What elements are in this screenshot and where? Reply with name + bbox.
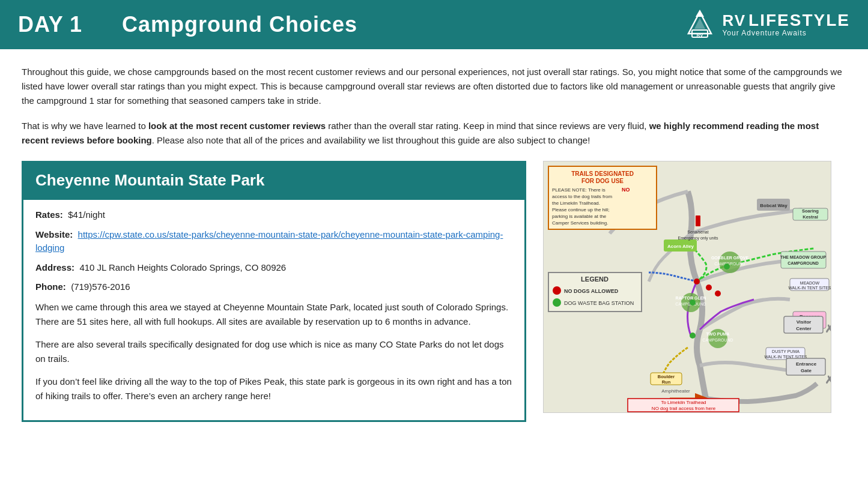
logo-text: RV LIFESTYLE Your Adventure Awaits — [722, 12, 850, 37]
svg-point-70 — [553, 298, 561, 307]
svg-text:Kestral: Kestral — [803, 214, 818, 220]
page-title: DAY 1 Campground Choices — [18, 12, 357, 37]
campground-body-1: When we came through this area we stayed… — [35, 300, 512, 329]
intro-p2-bold1: look at the most recent customer reviews — [148, 121, 326, 131]
campground-body-3: If you don’t feel like driving all the w… — [35, 375, 512, 403]
svg-text:Run: Run — [662, 379, 671, 385]
svg-point-50 — [690, 300, 696, 306]
svg-text:Camper Services building.: Camper Services building. — [552, 220, 608, 226]
svg-text:DOG WASTE BAG STATION: DOG WASTE BAG STATION — [564, 300, 634, 306]
address-value: 410 JL Ranch Heights Colorado Springs, C… — [79, 262, 286, 273]
svg-text:FOR DOG USE: FOR DOG USE — [581, 178, 624, 184]
logo-lifestyle: LIFESTYLE — [748, 12, 850, 29]
campground-section: Cheyenne Mountain State Park Rates: $41/… — [22, 161, 846, 422]
svg-point-48 — [706, 285, 712, 291]
svg-point-68 — [553, 286, 561, 295]
svg-text:TWO PUMA: TWO PUMA — [706, 332, 730, 336]
intro-p2-end: . Please also note that all of the price… — [152, 135, 590, 145]
svg-text:the Limekiln Trailhead.: the Limekiln Trailhead. — [552, 200, 600, 206]
svg-text:MEADOW: MEADOW — [800, 281, 820, 285]
campground-name: Cheyenne Mountain State Park — [35, 171, 512, 190]
svg-text:RV: RV — [697, 32, 704, 38]
campground-name-box: Cheyenne Mountain State Park — [22, 161, 526, 200]
campground-body-2: There are also several trails specifical… — [35, 337, 512, 366]
svg-text:WALK-IN TENT SITES: WALK-IN TENT SITES — [788, 286, 831, 290]
intro-paragraph-1: Throughout this guide, we chose campgrou… — [22, 65, 846, 108]
rates-line: Rates: $41/night — [35, 208, 512, 222]
svg-text:NO DOGS ALLOWED: NO DOGS ALLOWED — [564, 288, 619, 294]
page-header: DAY 1 Campground Choices RV RV LIFESTYLE… — [0, 0, 868, 49]
svg-text:✗: ✗ — [825, 374, 831, 386]
svg-text:NO dog trail access from here: NO dog trail access from here — [652, 406, 716, 411]
intro-p2-mid: rather than the overall star rating. Kee… — [326, 121, 649, 131]
address-line: Address: 410 JL Ranch Heights Colorado S… — [35, 261, 512, 275]
day-label: DAY 1 — [18, 12, 82, 37]
svg-text:Entrance: Entrance — [796, 361, 817, 367]
phone-label: Phone: — [35, 282, 66, 292]
svg-text:TRAILS DESIGNATED: TRAILS DESIGNATED — [571, 170, 634, 177]
section-label: Campground Choices — [122, 12, 357, 37]
svg-text:To Limekiln Trailhead: To Limekiln Trailhead — [661, 400, 706, 405]
svg-text:CAMPGROUND: CAMPGROUND — [702, 338, 733, 342]
svg-text:NO: NO — [622, 187, 630, 193]
svg-rect-23 — [781, 252, 826, 268]
phone-line: Phone: (719)576-2016 — [35, 280, 512, 294]
svg-rect-53 — [696, 215, 700, 226]
svg-text:Acorn Alley: Acorn Alley — [667, 244, 694, 249]
svg-text:LEGEND: LEGEND — [581, 276, 609, 283]
svg-text:PLEASE NOTE: There is: PLEASE NOTE: There is — [552, 187, 605, 193]
logo-rv: RV — [722, 13, 746, 28]
svg-text:DUSTY PUMA: DUSTY PUMA — [772, 349, 800, 354]
svg-text:THE MEADOW GROUP: THE MEADOW GROUP — [780, 255, 827, 259]
website-label: Website: — [35, 229, 73, 239]
rv-logo-icon: RV — [684, 8, 716, 41]
svg-point-52 — [690, 333, 696, 339]
rates-value: $41/night — [68, 209, 105, 220]
svg-text:Soaring: Soaring — [802, 208, 819, 214]
svg-text:Please continue up the hill;: Please continue up the hill; — [552, 207, 610, 212]
map-container: GOBBLER GROVE CAMPGROUND RAPTOR GLEN CAM… — [543, 161, 831, 413]
intro-paragraph-2: That is why we have learned to look at t… — [22, 119, 846, 148]
svg-text:RAPTOR GLEN: RAPTOR GLEN — [676, 296, 706, 300]
svg-text:parking is available at the: parking is available at the — [552, 214, 607, 219]
phone-value: (719)576-2016 — [71, 282, 130, 292]
svg-text:Emergency only units: Emergency only units — [678, 236, 718, 241]
svg-text:CAMPGROUND: CAMPGROUND — [788, 261, 819, 265]
svg-point-49 — [715, 291, 721, 297]
campground-info-panel: Cheyenne Mountain State Park Rates: $41/… — [22, 161, 526, 422]
rates-label: Rates: — [35, 209, 63, 220]
svg-text:Bobcat Way: Bobcat Way — [760, 203, 788, 208]
svg-text:Center: Center — [796, 326, 811, 331]
svg-text:GOBBLER GROVE: GOBBLER GROVE — [711, 256, 749, 260]
logo-tagline: Your Adventure Awaits — [722, 29, 850, 37]
address-label: Address: — [35, 262, 74, 273]
website-link[interactable]: https://cpw.state.co.us/state-parks/chey… — [35, 229, 503, 253]
svg-point-51 — [724, 264, 730, 270]
svg-text:✗: ✗ — [825, 323, 831, 335]
svg-text:Sena/senat: Sena/senat — [687, 230, 708, 234]
svg-text:Gate: Gate — [801, 368, 812, 373]
campground-map: GOBBLER GROVE CAMPGROUND RAPTOR GLEN CAM… — [543, 161, 846, 413]
svg-text:Amphitheater: Amphitheater — [661, 388, 690, 394]
svg-point-47 — [694, 279, 700, 285]
svg-text:Boulder: Boulder — [658, 374, 675, 379]
map-svg: GOBBLER GROVE CAMPGROUND RAPTOR GLEN CAM… — [544, 161, 831, 413]
website-line: Website: https://cpw.state.co.us/state-p… — [35, 228, 512, 255]
svg-marker-4 — [696, 10, 704, 17]
svg-text:Visitor: Visitor — [797, 319, 812, 325]
logo-area: RV RV LIFESTYLE Your Adventure Awaits — [684, 8, 850, 41]
campground-details-box: Rates: $41/night Website: https://cpw.st… — [22, 200, 526, 422]
intro-p2-start: That is why we have learned to — [22, 121, 148, 131]
svg-text:CAMPGROUND: CAMPGROUND — [714, 262, 745, 266]
svg-text:access to the dog trails from: access to the dog trails from — [552, 194, 612, 199]
main-content: Throughout this guide, we chose campgrou… — [0, 49, 868, 434]
